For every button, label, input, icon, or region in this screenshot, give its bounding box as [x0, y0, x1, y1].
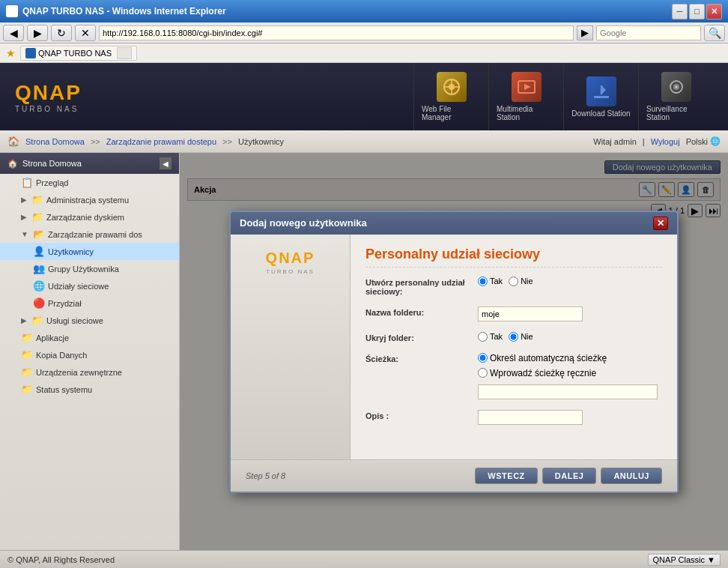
dialog-buttons: WSTECZ DALEJ ANULUJ — [475, 468, 662, 484]
forward-button[interactable]: ▶ — [27, 25, 48, 41]
hide-no-option[interactable]: Nie — [509, 332, 533, 342]
hide-folder-control: Tak Nie — [478, 332, 662, 342]
back-button[interactable]: ◀ — [3, 25, 24, 41]
create-share-control: Tak Nie — [478, 277, 662, 286]
logo-q-char: Q — [15, 81, 33, 104]
app-label-multimedia: Multimedia Station — [497, 105, 556, 121]
favorites-star-icon: ★ — [6, 47, 16, 59]
sidebar-item-uslugi[interactable]: ▶ 📁 Usługi sieciowe — [0, 312, 179, 329]
address-input[interactable] — [99, 25, 574, 40]
hide-yes-radio[interactable] — [478, 332, 488, 342]
statusbar: © QNAP, All Rights Reserved QNAP Classic… — [0, 550, 728, 568]
folder-name-label: Nazwa folderu: — [365, 306, 470, 317]
app-btn-multimedia[interactable]: Multimedia Station — [488, 63, 563, 130]
breadcrumb-home-link[interactable]: Strona Domowa — [25, 137, 85, 146]
stop-button[interactable]: ✕ — [75, 25, 96, 41]
sidebar-item-urzadzenia[interactable]: 📁 Urządzenia zewnętrzne — [0, 363, 179, 381]
go-button[interactable]: ▶ — [577, 25, 593, 40]
hide-no-radio[interactable] — [509, 332, 518, 342]
sidebar-item-uzytkownicy[interactable]: 👤 Użytkownicy — [0, 243, 179, 260]
svg-marker-5 — [524, 84, 531, 90]
globe-icon: 🌐 — [710, 136, 721, 146]
classic-mode-button[interactable]: QNAP Classic ▼ — [648, 554, 721, 566]
dropdown-arrow-icon: ▼ — [707, 555, 715, 564]
minimize-button[interactable]: ─ — [672, 4, 688, 19]
sidebar-item-dysk[interactable]: ▶ 📁 Zarządzanie dyskiem — [0, 208, 179, 226]
folder-name-input[interactable] — [478, 306, 583, 321]
dialog-footer: Step 5 of 8 WSTECZ DALEJ ANULUJ — [231, 459, 677, 492]
svg-point-11 — [675, 86, 677, 88]
path-auto-option[interactable]: Określ automatyczną ścieżkę — [478, 353, 662, 363]
breadcrumb-sep-2: >> — [222, 137, 232, 146]
path-manual-option[interactable]: Wprowadź ścieżkę ręcznie — [478, 368, 662, 378]
admin-expand-icon: ▶ — [21, 196, 27, 204]
sidebar-collapse-button[interactable]: ◀ — [160, 157, 172, 169]
dialog-title: Dodaj nowego użytkownika — [240, 217, 367, 229]
favorites-item[interactable]: QNAP TURBO NAS — [20, 46, 137, 61]
close-button[interactable]: ✕ — [706, 4, 722, 19]
prawa-expand-icon: ▼ — [21, 230, 28, 238]
path-manual-radio[interactable] — [478, 368, 488, 378]
desc-input[interactable] — [478, 410, 583, 425]
next-button[interactable]: DALEJ — [542, 468, 597, 484]
sidebar-item-udzialy[interactable]: 🌐 Udziały sieciowe — [0, 277, 179, 294]
sidebar-item-aplikacje[interactable]: 📁 Aplikacje — [0, 329, 179, 346]
create-share-no-option[interactable]: Nie — [509, 277, 533, 286]
dialog-logo-sub: Turbo NAS — [266, 268, 315, 275]
path-radio-col: Określ automatyczną ścieżkę Wprowadź ści… — [478, 353, 662, 399]
sidebar-home-icon: 🏠 — [7, 159, 18, 169]
hide-folder-radio-group: Tak Nie — [478, 332, 662, 342]
search-button[interactable]: 🔍 — [704, 25, 725, 41]
create-share-yes-radio[interactable] — [478, 277, 488, 286]
breadcrumb-sep-1: >> — [91, 137, 100, 146]
multimedia-icon — [512, 72, 542, 102]
logo-nap-chars: NAP — [33, 81, 82, 104]
app-btn-webfile[interactable]: Web File Manager — [413, 63, 488, 130]
hide-folder-row: Ukryj folder: Tak — [365, 332, 662, 342]
search-input[interactable] — [596, 25, 701, 40]
browser-icon — [6, 5, 18, 17]
webfile-icon — [437, 72, 467, 102]
create-share-yes-option[interactable]: Tak — [478, 277, 503, 286]
content-area: Dodaj nowego użytkownika Akcja 🔧 ✏️ 👤 🗑 … — [180, 153, 728, 550]
dialog-logo-nap: NAP — [279, 250, 315, 266]
qnap-logo: QNAP Turbo NAS — [15, 81, 82, 113]
hide-yes-option[interactable]: Tak — [478, 332, 503, 342]
app-btn-surveillance[interactable]: Surveillance Station — [638, 63, 713, 130]
kopia-icon: 📁 — [21, 349, 33, 360]
path-input[interactable] — [478, 384, 658, 399]
language-selector[interactable]: Polski 🌐 — [686, 136, 721, 146]
sidebar-header-label: Strona Domowa — [22, 159, 82, 168]
maximize-button[interactable]: □ — [689, 4, 705, 19]
sidebar-label-urzadzenia: Urządzenia zewnętrzne — [36, 368, 122, 377]
breadcrumb-access-link[interactable]: Zarządzanie prawami dostepu — [106, 137, 216, 146]
svg-rect-6 — [594, 96, 609, 98]
modal-overlay: Dodaj nowego użytkownika ✕ QNAP Turbo NA… — [180, 153, 728, 550]
sidebar-item-przeglad[interactable]: 📋 Przegląd — [0, 174, 179, 191]
sidebar-item-admin[interactable]: ▶ 📁 Administracja systemu — [0, 191, 179, 208]
sidebar-item-grupy[interactable]: 👥 Grupy Użytkownika — [0, 260, 179, 277]
qnap-header: QNAP Turbo NAS Web File Manager Multimed… — [0, 63, 728, 130]
sidebar-item-przydział[interactable]: 🔴 Przydział — [0, 294, 179, 312]
prawa-icon: 📂 — [33, 229, 45, 240]
sidebar-label-prawa: Zarządzanie prawami dos — [48, 230, 142, 239]
sidebar-item-status[interactable]: 📁 Status systemu — [0, 381, 179, 398]
app-btn-download[interactable]: Download Station — [563, 63, 638, 130]
sidebar-item-prawa[interactable]: ▼ 📂 Zarządzanie prawami dos — [0, 226, 179, 243]
dialog-body: QNAP Turbo NAS Personalny udział sieciow… — [231, 235, 677, 459]
logo-sub-text: Turbo NAS — [15, 105, 82, 113]
refresh-button[interactable]: ↻ — [51, 25, 72, 41]
przeglad-icon: 📋 — [21, 177, 33, 188]
logout-link[interactable]: Wyloguj — [651, 137, 680, 146]
path-auto-radio[interactable] — [478, 353, 488, 363]
cancel-button[interactable]: ANULUJ — [601, 468, 662, 484]
welcome-text: Witaj admin — [593, 137, 636, 146]
create-share-no-radio[interactable] — [509, 277, 518, 286]
sidebar-label-aplikacje: Aplikacje — [36, 333, 69, 342]
status-icon: 📁 — [21, 384, 33, 395]
sidebar-item-kopia[interactable]: 📁 Kopia Danych — [0, 346, 179, 363]
dialog-close-button[interactable]: ✕ — [653, 217, 668, 230]
back-button[interactable]: WSTECZ — [475, 468, 537, 484]
dysk-expand-icon: ▶ — [21, 213, 27, 221]
hide-folder-label: Ukryj folder: — [365, 332, 470, 342]
